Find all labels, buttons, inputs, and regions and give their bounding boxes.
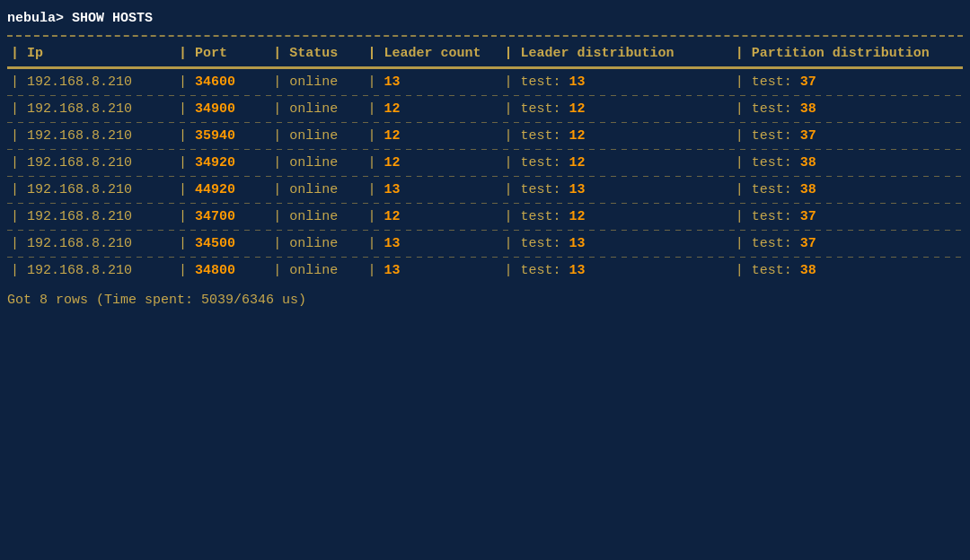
cell-partition-dist: | test: 38 xyxy=(732,258,963,284)
table-row: | 192.168.8.210| 34500| online| 13| test… xyxy=(7,231,963,257)
cell-partition-dist: | test: 37 xyxy=(732,123,963,149)
cell-port: | 34920 xyxy=(175,150,269,176)
command-line: nebula> SHOW HOSTS xyxy=(7,11,963,26)
cell-ip: | 192.168.8.210 xyxy=(7,150,175,176)
cell-leader-count: | 13 xyxy=(365,258,501,284)
cell-status: | online xyxy=(269,204,364,230)
cell-leader-count: | 12 xyxy=(365,123,501,149)
cell-port: | 34800 xyxy=(175,258,269,284)
cell-port: | 34700 xyxy=(175,204,269,230)
cell-partition-dist: | test: 38 xyxy=(732,96,963,122)
cell-ip: | 192.168.8.210 xyxy=(7,69,175,95)
cell-port: | 34900 xyxy=(175,96,269,122)
cell-ip: | 192.168.8.210 xyxy=(7,231,175,257)
cell-leader-dist: | test: 12 xyxy=(501,123,732,149)
table-row: | 192.168.8.210| 34900| online| 12| test… xyxy=(7,96,963,122)
cell-leader-dist: | test: 13 xyxy=(501,69,732,95)
cell-leader-count: | 13 xyxy=(365,69,501,95)
cell-partition-dist: | test: 38 xyxy=(732,177,963,203)
cell-leader-count: | 12 xyxy=(365,204,501,230)
cell-status: | online xyxy=(269,123,364,149)
cell-ip: | 192.168.8.210 xyxy=(7,177,175,203)
hosts-data-table: | 192.168.8.210| 34600| online| 13| test… xyxy=(7,69,963,284)
cell-leader-dist: | test: 13 xyxy=(501,231,732,257)
cell-leader-count: | 12 xyxy=(365,150,501,176)
cell-status: | online xyxy=(269,96,364,122)
cell-status: | online xyxy=(269,69,364,95)
col-header-status: | Status xyxy=(269,40,364,66)
cell-status: | online xyxy=(269,231,364,257)
table-row: | 192.168.8.210| 34600| online| 13| test… xyxy=(7,69,963,95)
cell-status: | online xyxy=(269,258,364,284)
table-header-row: | Ip | Port | Status | Leader count | Le… xyxy=(7,40,963,66)
footer-text: Got 8 rows (Time spent: 5039/6346 us) xyxy=(7,293,963,308)
cell-leader-count: | 13 xyxy=(365,231,501,257)
col-header-ip: | Ip xyxy=(7,40,175,66)
cell-port: | 44920 xyxy=(175,177,269,203)
cell-leader-dist: | test: 12 xyxy=(501,96,732,122)
cell-leader-dist: | test: 13 xyxy=(501,258,732,284)
col-header-leader-count: | Leader count xyxy=(365,40,501,66)
cell-status: | online xyxy=(269,150,364,176)
cell-partition-dist: | test: 38 xyxy=(732,150,963,176)
cell-ip: | 192.168.8.210 xyxy=(7,258,175,284)
hosts-table: | Ip | Port | Status | Leader count | Le… xyxy=(7,40,963,66)
cell-ip: | 192.168.8.210 xyxy=(7,123,175,149)
terminal: nebula> SHOW HOSTS | Ip | Port | Status … xyxy=(7,11,963,308)
cell-leader-dist: | test: 12 xyxy=(501,150,732,176)
cell-leader-dist: | test: 12 xyxy=(501,204,732,230)
cell-partition-dist: | test: 37 xyxy=(732,69,963,95)
cell-port: | 34600 xyxy=(175,69,269,95)
col-header-partition-dist: | Partition distribution xyxy=(732,40,963,66)
row-divider xyxy=(7,176,963,177)
header-divider xyxy=(7,66,963,69)
row-divider xyxy=(7,230,963,231)
row-divider xyxy=(7,122,963,123)
cell-partition-dist: | test: 37 xyxy=(732,231,963,257)
cell-port: | 34500 xyxy=(175,231,269,257)
cell-ip: | 192.168.8.210 xyxy=(7,204,175,230)
col-header-port: | Port xyxy=(175,40,269,66)
cell-partition-dist: | test: 37 xyxy=(732,204,963,230)
cell-leader-dist: | test: 13 xyxy=(501,177,732,203)
cell-leader-count: | 12 xyxy=(365,96,501,122)
table-row: | 192.168.8.210| 44920| online| 13| test… xyxy=(7,177,963,203)
row-divider xyxy=(7,149,963,150)
cell-leader-count: | 13 xyxy=(365,177,501,203)
row-divider xyxy=(7,257,963,258)
table-row: | 192.168.8.210| 34800| online| 13| test… xyxy=(7,258,963,284)
cell-status: | online xyxy=(269,177,364,203)
row-divider xyxy=(7,95,963,96)
top-divider xyxy=(7,35,963,37)
table-row: | 192.168.8.210| 35940| online| 12| test… xyxy=(7,123,963,149)
cell-port: | 35940 xyxy=(175,123,269,149)
table-row: | 192.168.8.210| 34920| online| 12| test… xyxy=(7,150,963,176)
row-divider xyxy=(7,203,963,204)
table-row: | 192.168.8.210| 34700| online| 12| test… xyxy=(7,204,963,230)
cell-ip: | 192.168.8.210 xyxy=(7,96,175,122)
col-header-leader-dist: | Leader distribution xyxy=(501,40,732,66)
